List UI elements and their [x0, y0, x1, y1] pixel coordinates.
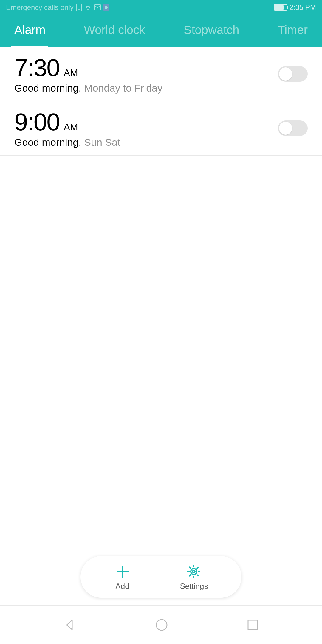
add-label: Add	[115, 582, 129, 591]
back-icon[interactable]	[63, 618, 77, 632]
tab-stopwatch[interactable]: Stopwatch	[184, 23, 239, 39]
recent-icon[interactable]	[246, 618, 259, 631]
alarm-label-row: Good morning, Monday to Friday	[14, 82, 162, 94]
tab-timer[interactable]: Timer	[278, 23, 308, 39]
alarm-info: 9:00 AM Good morning, Sun Sat	[14, 108, 120, 148]
svg-point-2	[79, 9, 79, 10]
alarm-time: 7:30	[14, 54, 60, 82]
sim-alert-icon	[76, 4, 82, 11]
plus-icon	[114, 563, 131, 580]
svg-line-16	[189, 574, 191, 576]
battery-icon	[274, 4, 287, 11]
svg-rect-19	[248, 620, 258, 630]
svg-line-15	[197, 574, 199, 576]
alarm-label-row: Good morning, Sun Sat	[14, 137, 120, 148]
toggle-thumb	[279, 67, 292, 80]
tab-bar: Alarm World clock Stopwatch Timer	[0, 15, 322, 47]
alarm-label: Good morning,	[14, 137, 81, 148]
home-icon[interactable]	[154, 618, 169, 632]
settings-label: Settings	[180, 582, 208, 591]
svg-line-17	[197, 567, 199, 569]
status-right: 2:35 PM	[274, 3, 316, 12]
status-time: 2:35 PM	[290, 3, 316, 12]
tab-world-clock[interactable]: World clock	[84, 23, 145, 39]
alarm-item[interactable]: 9:00 AM Good morning, Sun Sat	[0, 101, 322, 156]
gear-icon	[185, 563, 202, 580]
svg-point-9	[193, 570, 195, 573]
network-status-text: Emergency calls only	[6, 3, 74, 12]
add-button[interactable]: Add	[114, 563, 131, 591]
app-icon	[103, 4, 109, 11]
alarm-info: 7:30 AM Good morning, Monday to Friday	[14, 54, 162, 94]
bottom-actions: Add Settings	[80, 556, 242, 598]
status-left: Emergency calls only	[6, 3, 109, 12]
toggle-thumb	[279, 122, 292, 135]
svg-point-8	[191, 569, 197, 575]
alarm-ampm: AM	[64, 122, 78, 133]
alarm-list: 7:30 AM Good morning, Monday to Friday 9…	[0, 47, 322, 156]
mail-icon	[94, 4, 101, 10]
alarm-days: Monday to Friday	[84, 82, 162, 94]
status-icons-left	[76, 4, 109, 11]
svg-line-14	[189, 567, 191, 569]
alarm-days: Sun Sat	[84, 137, 120, 148]
alarm-toggle[interactable]	[278, 66, 308, 82]
alarm-time-row: 9:00 AM	[14, 108, 120, 136]
alarm-label: Good morning,	[14, 82, 81, 94]
svg-point-5	[105, 6, 108, 9]
svg-point-18	[156, 620, 167, 630]
settings-button[interactable]: Settings	[180, 563, 208, 591]
tab-alarm[interactable]: Alarm	[14, 23, 45, 39]
alarm-ampm: AM	[64, 67, 78, 78]
alarm-item[interactable]: 7:30 AM Good morning, Monday to Friday	[0, 47, 322, 101]
nav-bar	[0, 605, 322, 644]
alarm-toggle[interactable]	[278, 120, 308, 136]
alarm-time-row: 7:30 AM	[14, 54, 162, 82]
alarm-time: 9:00	[14, 108, 60, 136]
wifi-icon	[84, 4, 92, 11]
status-bar: Emergency calls only 2:35 PM	[0, 0, 322, 15]
